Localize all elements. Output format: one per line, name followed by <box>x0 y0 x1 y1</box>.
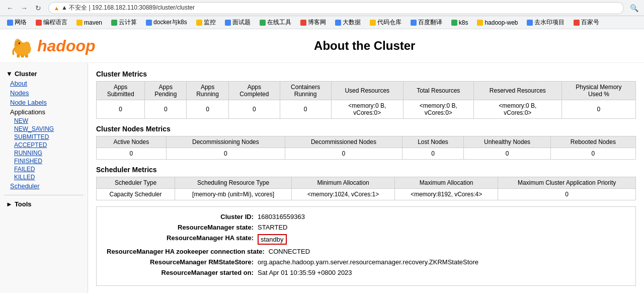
val-rebooted-nodes: 0 <box>550 148 635 160</box>
cluster-arrow-icon: ▼ <box>6 70 13 78</box>
bookmark-label: 去水印项目 <box>534 18 565 27</box>
bookmark-icon <box>451 20 457 26</box>
bookmark-云计算[interactable]: 云计算 <box>108 17 140 28</box>
bookmark-k8s[interactable]: k8s <box>448 18 471 27</box>
bookmark-maven[interactable]: maven <box>73 18 105 27</box>
bookmark-icon <box>111 20 117 26</box>
bookmark-icon <box>146 20 152 26</box>
bookmark-代码仓库[interactable]: 代码仓库 <box>367 17 405 28</box>
bookmark-label: 在线工具 <box>267 18 291 27</box>
val-lost-nodes: 0 <box>402 148 464 160</box>
sidebar-applications-label[interactable]: Applications <box>4 107 84 117</box>
sidebar-link-new[interactable]: NEW <box>12 117 84 125</box>
rm-started-value: Sat Apr 01 10:35:59 +0800 2023 <box>258 269 352 276</box>
bookmark-大数据[interactable]: 大数据 <box>332 17 364 28</box>
col-reserved-resources: Reserved Resources <box>473 82 561 100</box>
col-apps-pending: AppsPending <box>145 82 187 100</box>
svg-rect-5 <box>17 54 20 58</box>
bookmark-label: 监控 <box>204 18 216 27</box>
bookmark-监控[interactable]: 监控 <box>193 17 219 28</box>
rm-state-store-value: org.apache.hadoop.yarn.server.resourcema… <box>258 258 478 266</box>
bookmark-icon <box>411 20 417 26</box>
cluster-metrics-data-row: 0 0 0 0 0 <memory:0 B,vCores:0> <memory:… <box>97 100 636 119</box>
bookmark-博客网[interactable]: 博客网 <box>297 17 329 28</box>
bookmark-label: 云计算 <box>119 18 137 27</box>
val-apps-completed: 0 <box>228 100 280 119</box>
sidebar-link-killed[interactable]: KILLED <box>12 173 84 181</box>
col-maximum-allocation: Maximum Allocation <box>395 177 498 189</box>
sidebar-link-scheduler[interactable]: Scheduler <box>4 181 84 191</box>
bookmark-去水印[interactable]: 去水印项目 <box>524 17 568 28</box>
bookmark-label: 博客网 <box>308 18 326 27</box>
bookmark-在线工具[interactable]: 在线工具 <box>257 17 294 28</box>
hadoop-logo: hadoop <box>10 33 96 58</box>
col-active-nodes: Active Nodes <box>97 136 167 148</box>
back-button[interactable]: ← <box>4 2 16 14</box>
cluster-metrics-title: Cluster Metrics <box>96 70 636 78</box>
col-minimum-allocation: Minimum Allocation <box>292 177 395 189</box>
val-decommissioning-nodes: 0 <box>166 148 285 160</box>
bookmark-编程语言[interactable]: 编程语言 <box>33 17 70 28</box>
sidebar-link-finished[interactable]: FINISHED <box>12 157 84 165</box>
search-button[interactable]: 🔍 <box>628 2 640 14</box>
col-unhealthy-nodes: Unhealthy Nodes <box>464 136 550 148</box>
val-apps-submitted: 0 <box>97 100 145 119</box>
warning-icon: ▲ <box>54 5 59 11</box>
rm-ha-state-label: ResourceManager HA state: <box>107 234 258 242</box>
bookmark-icon <box>477 20 483 26</box>
bookmark-label: 大数据 <box>343 18 361 27</box>
rm-ha-zk-value: CONNECTED <box>269 248 310 255</box>
col-physical-memory: Physical MemoryUsed % <box>561 82 635 100</box>
sidebar-link-accepted[interactable]: ACCEPTED <box>12 141 84 149</box>
scheduler-metrics-title: Scheduler Metrics <box>96 166 636 174</box>
address-bar[interactable]: ▲ ▲ 不安全 | 192.168.182.110:30889/cluster/… <box>48 2 624 14</box>
bookmark-网络[interactable]: 网络 <box>4 17 30 28</box>
val-scheduler-type: Capacity Scheduler <box>97 189 175 200</box>
sidebar-link-submitted[interactable]: SUBMITTED <box>12 133 84 141</box>
bookmark-label: k8s <box>459 19 468 26</box>
col-apps-submitted: AppsSubmitted <box>97 82 145 100</box>
val-minimum-allocation: <memory:1024, vCores:1> <box>292 189 395 200</box>
address-text: ▲ 不安全 | 192.168.182.110:30889/cluster/cl… <box>61 4 195 12</box>
scheduler-data-row: Capacity Scheduler [memory-mb (unit=Mi),… <box>97 189 636 200</box>
bookmark-label: 代码仓库 <box>377 18 401 27</box>
bookmark-面试题[interactable]: 面试题 <box>222 17 254 28</box>
bookmark-label: 网络 <box>15 18 27 27</box>
svg-point-4 <box>19 42 20 44</box>
col-used-resources: Used Resources <box>331 82 403 100</box>
sidebar-link-new-saving[interactable]: NEW_SAVING <box>12 125 84 133</box>
val-physical-memory: 0 <box>561 100 635 119</box>
sidebar-link-running[interactable]: RUNNING <box>12 149 84 157</box>
info-cluster-id: Cluster ID: 1680316559363 <box>107 213 625 221</box>
main-container: ▼ Cluster About Nodes Node Labels Applic… <box>0 63 644 293</box>
col-max-cluster-priority: Maximum Cluster Application Priority <box>498 177 636 189</box>
page-title: About the Cluster <box>96 39 634 53</box>
hadoop-elephant-icon <box>10 33 35 58</box>
cluster-metrics-table: AppsSubmitted AppsPending AppsRunning Ap… <box>96 81 636 119</box>
bookmark-label: 编程语言 <box>43 18 67 27</box>
cluster-nodes-title: Cluster Nodes Metrics <box>96 125 636 133</box>
col-decommissioning-nodes: Decommissioning Nodes <box>166 136 285 148</box>
bookmark-icon <box>335 20 341 26</box>
tools-section-title[interactable]: ► Tools <box>4 199 84 209</box>
sidebar-link-node-labels[interactable]: Node Labels <box>4 98 84 107</box>
bookmark-icon <box>225 20 231 26</box>
val-used-resources: <memory:0 B,vCores:0> <box>331 100 403 119</box>
sidebar-link-failed[interactable]: FAILED <box>12 165 84 173</box>
sidebar-link-about[interactable]: About <box>4 79 84 88</box>
bookmark-百度翻译[interactable]: 百度翻译 <box>408 17 445 28</box>
reload-button[interactable]: ↻ <box>32 2 44 14</box>
rm-ha-zk-label: ResourceManager HA zookeeper connection … <box>107 248 269 255</box>
bookmark-百家号[interactable]: 百家号 <box>571 17 602 28</box>
sidebar-link-nodes[interactable]: Nodes <box>4 88 84 98</box>
rm-ha-state-value: standby <box>258 234 287 245</box>
bookmark-hadoop-web[interactable]: hadoop-web <box>474 18 521 27</box>
bookmark-icon <box>574 20 580 26</box>
val-reserved-resources: <memory:0 B,vCores:0> <box>473 100 561 119</box>
cluster-section-title[interactable]: ▼ Cluster <box>4 69 84 79</box>
bookmark-icon <box>300 20 306 26</box>
forward-button[interactable]: → <box>18 2 30 14</box>
scheduler-metrics-table: Scheduler Type Scheduling Resource Type … <box>96 177 636 200</box>
sidebar-apps-subsection: NEW NEW_SAVING SUBMITTED ACCEPTED RUNNIN… <box>4 117 84 181</box>
bookmark-docker[interactable]: docker与k8s <box>143 17 190 28</box>
